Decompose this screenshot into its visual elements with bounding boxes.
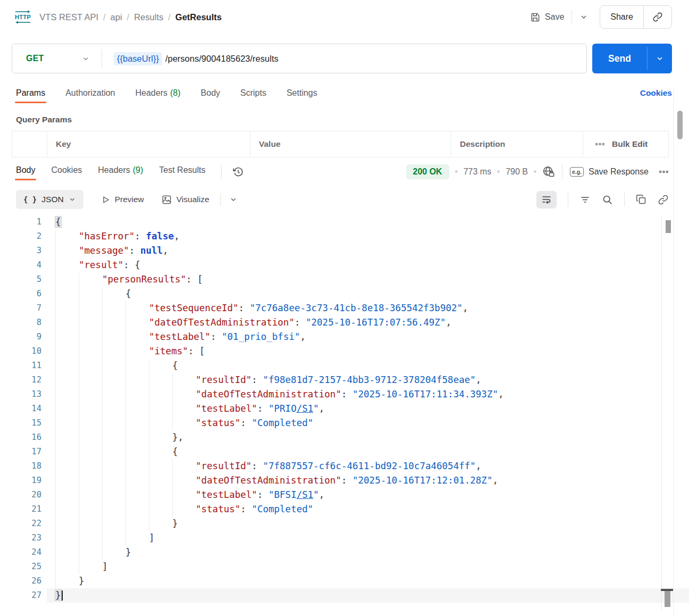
editor-scrollbar-thumb[interactable]: [666, 220, 671, 233]
code-line-13[interactable]: 13"dateOfTestAdministration": "2025-10-1…: [0, 387, 689, 402]
response-size[interactable]: 790 B: [506, 167, 528, 177]
indent-guide: [79, 545, 102, 560]
indent-guide: [55, 272, 79, 287]
indent-guide: [55, 244, 79, 258]
divider: [624, 193, 625, 206]
code-line-27[interactable]: 27}: [0, 588, 689, 603]
code-line-10[interactable]: 10"items": [: [0, 344, 689, 359]
indent-guide: [172, 402, 196, 416]
send-options-chevron[interactable]: [648, 44, 672, 73]
code-line-25[interactable]: 25]: [0, 560, 689, 574]
chevron-down-icon: [69, 196, 76, 203]
code-line-17[interactable]: 17{: [0, 445, 689, 459]
copy-link-button[interactable]: [644, 12, 671, 22]
response-body-editor[interactable]: 1{2"hasError": false,3"message": null,4"…: [0, 215, 689, 603]
code-line-6[interactable]: 6{: [0, 287, 689, 301]
indent-guide: [149, 445, 172, 459]
indent-guide: [102, 330, 125, 344]
params-key-header: Key: [47, 131, 250, 157]
preview-button[interactable]: Preview: [101, 195, 144, 204]
code-line-24[interactable]: 24}: [0, 545, 689, 560]
filter-button[interactable]: [579, 194, 591, 205]
indent-guide: [55, 229, 79, 244]
breadcrumb-folder-api[interactable]: api: [111, 12, 122, 22]
copy-button[interactable]: [636, 194, 646, 205]
line-number: 20: [0, 488, 41, 502]
code-line-22[interactable]: 22}: [0, 517, 689, 531]
response-viewer-toolbar: { } JSON Preview Visualize: [16, 189, 669, 210]
breadcrumb-folder-results[interactable]: Results: [134, 12, 163, 22]
indent-guide: [102, 402, 125, 416]
status-badge[interactable]: 200 OK: [406, 164, 449, 179]
code-area: 1{2"hasError": false,3"message": null,4"…: [0, 215, 689, 603]
code-line-18[interactable]: 18"resultId": "7f887557-cf6c-4611-bd92-1…: [0, 459, 689, 473]
method-selector[interactable]: GET: [12, 54, 102, 63]
indent-guide: [55, 315, 79, 330]
code-line-23[interactable]: 23]: [0, 531, 689, 545]
response-time[interactable]: 773 ms: [464, 167, 491, 177]
wrap-lines-button[interactable]: [536, 191, 557, 209]
visualize-button[interactable]: Visualize: [162, 195, 209, 205]
tab-params[interactable]: Params: [16, 85, 45, 104]
indent-guide: [55, 560, 79, 574]
code-line-20[interactable]: 20"testLabel": "BFSI/S1",: [0, 488, 689, 502]
url-input[interactable]: {{baseUrl}} /persons/9004185623/results: [102, 52, 279, 65]
code-line-16[interactable]: 16},: [0, 430, 689, 445]
code-line-7[interactable]: 7"testSequenceId": "7c76a8ee-3c73-41cb-8…: [0, 301, 689, 315]
code-line-11[interactable]: 11{: [0, 359, 689, 373]
viewer-options-chevron[interactable]: [229, 195, 238, 204]
code-line-5[interactable]: 5"personResults": [: [0, 272, 689, 287]
response-tab-body[interactable]: Body: [16, 162, 35, 181]
code-line-19[interactable]: 19"dateOfTestAdministration": "2025-10-1…: [0, 473, 689, 488]
page-scrollbar-thumb[interactable]: [677, 111, 683, 139]
code-line-14[interactable]: 14"testLabel": "PRIO/S1",: [0, 402, 689, 416]
tab-scripts[interactable]: Scripts: [240, 85, 266, 104]
save-options-chevron[interactable]: [579, 13, 588, 21]
code-line-9[interactable]: 9"testLabel": "01_prio_bfsi",: [0, 330, 689, 344]
code-line-12[interactable]: 12"resultId": "f98e81d7-2157-4bb3-9712-3…: [0, 373, 689, 387]
response-more-actions-button[interactable]: [659, 169, 669, 174]
send-button[interactable]: Send: [592, 44, 647, 73]
code-line-4[interactable]: 4"result": {: [0, 258, 689, 272]
save-response-button[interactable]: e.g. Save Response: [570, 167, 649, 177]
share-response-link-button[interactable]: [658, 194, 669, 205]
response-history-button[interactable]: [232, 166, 244, 178]
indent-guide: [79, 517, 102, 531]
bulk-edit-button[interactable]: Bulk Edit: [583, 131, 668, 157]
network-info-button[interactable]: [542, 165, 554, 178]
code-line-21[interactable]: 21"status": "Completed": [0, 502, 689, 517]
breadcrumb: VTS REST API / api / Results / GetResult…: [39, 12, 222, 22]
baseurl-variable-chip[interactable]: {{baseUrl}}: [114, 52, 162, 65]
code-line-1[interactable]: 1{: [0, 215, 689, 229]
indent-guide: [172, 488, 196, 502]
response-tab-test-results[interactable]: Test Results: [159, 162, 205, 181]
response-tab-headers[interactable]: Headers(9): [98, 162, 143, 181]
search-button[interactable]: [602, 194, 613, 205]
save-button[interactable]: Save: [530, 12, 564, 22]
tab-settings[interactable]: Settings: [287, 85, 317, 104]
cookies-link[interactable]: Cookies: [640, 88, 672, 101]
response-tab-cookies[interactable]: Cookies: [51, 162, 82, 181]
code-line-8[interactable]: 8"dateOfTestAdministration": "2025-10-16…: [0, 315, 689, 330]
code-line-15[interactable]: 15"status": "Completed": [0, 416, 689, 430]
indent-guide: [79, 301, 102, 315]
share-button[interactable]: Share: [600, 12, 643, 22]
line-number: 11: [0, 359, 41, 373]
indent-guide: [79, 387, 102, 402]
code-line-26[interactable]: 26}: [0, 574, 689, 588]
editor-scrollbar-bottom-thumb[interactable]: [665, 591, 670, 607]
tab-authorization[interactable]: Authorization: [65, 85, 115, 104]
divider: [568, 193, 568, 206]
indent-guide: [125, 517, 149, 531]
tab-body[interactable]: Body: [201, 85, 220, 104]
indent-guide: [79, 531, 102, 545]
code-line-2[interactable]: 2"hasError": false,: [0, 229, 689, 244]
indent-guide: [149, 517, 172, 531]
indent-guide: [79, 560, 102, 574]
format-selector[interactable]: { } JSON: [16, 190, 83, 209]
indent-guide: [55, 258, 79, 272]
breadcrumb-request-name[interactable]: GetResults: [175, 12, 222, 22]
tab-headers[interactable]: Headers(8): [136, 85, 181, 104]
breadcrumb-collection[interactable]: VTS REST API: [39, 12, 98, 22]
code-line-3[interactable]: 3"message": null,: [0, 244, 689, 258]
